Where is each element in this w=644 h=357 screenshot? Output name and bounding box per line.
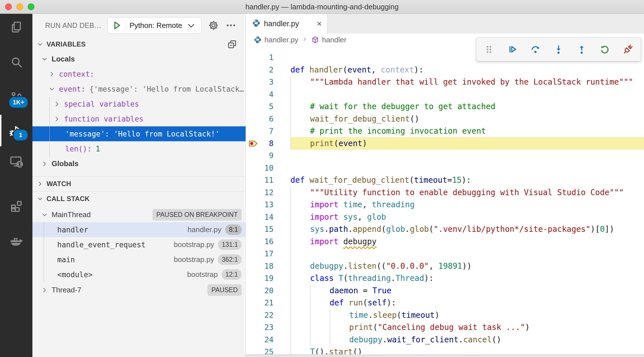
breakpoint-current-line-icon[interactable] [246, 137, 262, 150]
glyph-margin[interactable] [246, 309, 262, 321]
minimize-window-button[interactable] [16, 3, 23, 10]
glyph-margin[interactable] [246, 260, 262, 272]
line-content[interactable]: class T(threading.Thread): [290, 272, 644, 285]
activity-item-run-and-debug[interactable]: 1 [0, 117, 32, 144]
glyph-margin[interactable] [246, 51, 262, 64]
glyph-margin[interactable] [246, 174, 262, 186]
line-number[interactable]: 23 [262, 321, 274, 334]
line-number[interactable]: 6 [262, 113, 274, 125]
line-number[interactable]: 5 [262, 100, 274, 113]
line-content[interactable]: import debugpy [290, 235, 644, 248]
current-execution-line[interactable]: print(event) [290, 137, 644, 150]
glyph-margin[interactable] [246, 88, 262, 101]
glyph-margin[interactable] [246, 211, 262, 223]
breadcrumb-item-handler-py[interactable]: handler.py [254, 36, 298, 44]
line-content[interactable]: """Lambda handler that will get invoked … [290, 76, 644, 88]
close-window-button[interactable] [5, 3, 12, 10]
glyph-margin[interactable] [246, 76, 262, 88]
line-content[interactable]: def handler(event, context): [290, 64, 644, 76]
line-content[interactable]: wait_for_debug_client() [290, 113, 644, 125]
code-line-2[interactable]: 2def handler(event, context): [246, 64, 644, 76]
line-content[interactable]: debugpy.wait_for_client.cancel() [290, 334, 644, 346]
code-line-12[interactable]: 12"""Utility function to enable debuggin… [246, 186, 644, 199]
stack-frame-handler[interactable]: handlerhandler.py8:1 [32, 222, 246, 237]
line-number[interactable]: 13 [262, 199, 274, 211]
variable-row[interactable]: event:{'message': 'Hello from LocalStack… [32, 81, 246, 96]
line-content[interactable]: """Utility function to enable debugging … [290, 186, 644, 199]
line-number[interactable]: 4 [262, 88, 274, 101]
activity-item-docker[interactable] [0, 228, 32, 255]
glyph-margin[interactable] [246, 285, 262, 297]
activity-item-extensions[interactable] [0, 193, 32, 220]
code-line-16[interactable]: 16import debugpy [246, 235, 644, 248]
line-number[interactable]: 21 [262, 297, 274, 309]
variable-row[interactable]: special variables [32, 96, 246, 111]
code-line-7[interactable]: 7# print the incoming invocation event [246, 125, 644, 137]
horizontal-scrollbar[interactable] [246, 354, 644, 357]
activity-item-remote-explorer[interactable] [0, 148, 32, 175]
line-content[interactable]: def wait_for_debug_client(timeout=15): [290, 174, 644, 186]
code-line-23[interactable]: 23print("Canceling debug wait task ...") [246, 321, 644, 334]
code-line-24[interactable]: 24debugpy.wait_for_client.cancel() [246, 334, 644, 346]
call-stack-thread-thread-7[interactable]: Thread-7PAUSED [32, 283, 246, 298]
line-number[interactable]: 10 [262, 162, 274, 174]
line-content[interactable]: sys.path.append(glob.glob(".venv/lib/pyt… [290, 223, 644, 235]
variables-scope-globals[interactable]: Globals [32, 156, 246, 171]
variable-row-selected[interactable]: 'message': 'Hello from LocalStack!' [32, 126, 246, 141]
line-number[interactable]: 19 [262, 272, 274, 285]
glyph-margin[interactable] [246, 248, 262, 260]
call-stack-thread-mainthread[interactable]: MainThreadPAUSED ON BREAKPOINT [32, 207, 246, 222]
glyph-margin[interactable] [246, 321, 262, 334]
restart-button[interactable] [599, 44, 610, 55]
stack-frame-handle-event-request[interactable]: handle_event_requestbootstrap.py131:1 [32, 237, 246, 252]
activity-item-source-control[interactable]: 1K+ [0, 84, 32, 111]
more-actions-icon[interactable] [225, 20, 237, 31]
variables-scope-locals[interactable]: Locals [32, 52, 246, 67]
line-number[interactable]: 17 [262, 248, 274, 260]
line-content[interactable]: # print the incoming invocation event [290, 125, 644, 137]
drag-handle[interactable] [484, 44, 495, 55]
tab-handler-py[interactable]: handler.py × [246, 14, 327, 34]
variables-section-header[interactable]: VARIABLES [32, 37, 246, 52]
code-line-19[interactable]: 19class T(threading.Thread): [246, 272, 644, 285]
line-number[interactable]: 16 [262, 235, 274, 248]
stack-frame-main[interactable]: mainbootstrap.py362:1 [32, 252, 246, 267]
line-number[interactable]: 24 [262, 334, 274, 346]
glyph-margin[interactable] [246, 334, 262, 346]
glyph-margin[interactable] [246, 297, 262, 309]
code-line-20[interactable]: 20daemon = True [246, 285, 644, 297]
line-content[interactable]: daemon = True [290, 285, 644, 297]
glyph-margin[interactable] [246, 100, 262, 113]
glyph-margin[interactable] [246, 186, 262, 199]
line-number[interactable]: 15 [262, 223, 274, 235]
glyph-margin[interactable] [246, 272, 262, 285]
line-number[interactable]: 12 [262, 186, 274, 199]
glyph-margin[interactable] [246, 125, 262, 137]
code-line-21[interactable]: 21def run(self): [246, 297, 644, 309]
glyph-margin[interactable] [246, 162, 262, 174]
collapse-all-icon[interactable] [226, 39, 238, 50]
line-content[interactable]: # wait for the debugger to get attached [290, 100, 644, 113]
activity-item-explorer[interactable] [0, 14, 32, 41]
line-number[interactable]: 1 [262, 51, 274, 64]
line-content[interactable]: print("Canceling debug wait task ...") [290, 321, 644, 334]
code-line-13[interactable]: 13import time, threading [246, 199, 644, 211]
code-line-8[interactable]: 8print(event) [246, 137, 644, 150]
line-content[interactable]: def run(self): [290, 297, 644, 309]
variable-row[interactable]: function variables [32, 111, 246, 126]
line-number[interactable]: 22 [262, 309, 274, 321]
line-content[interactable] [290, 88, 644, 101]
code-line-14[interactable]: 14import sys, glob [246, 211, 644, 223]
line-content[interactable] [290, 248, 644, 260]
glyph-margin[interactable] [246, 113, 262, 125]
line-content[interactable] [290, 149, 644, 162]
line-content[interactable]: debugpy.listen(("0.0.0.0", 19891)) [290, 260, 644, 272]
line-number[interactable]: 2 [262, 64, 274, 76]
code-line-3[interactable]: 3"""Lambda handler that will get invoked… [246, 76, 644, 88]
step-into-button[interactable] [553, 44, 564, 55]
breadcrumb-item-handler[interactable]: handler [311, 36, 347, 44]
line-number[interactable]: 8 [262, 137, 274, 150]
step-over-button[interactable] [530, 44, 541, 55]
line-content[interactable]: import time, threading [290, 199, 644, 211]
glyph-margin[interactable] [246, 64, 262, 76]
